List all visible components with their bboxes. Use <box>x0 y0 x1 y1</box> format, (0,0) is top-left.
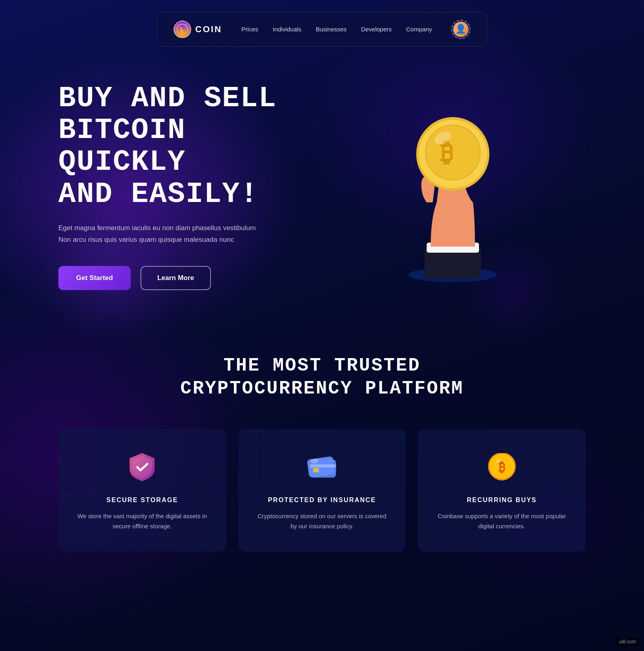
hero-section: BUY AND SELL BITCOIN QUICKLY AND EASILY!… <box>0 59 644 322</box>
watermark: ui8.com <box>616 637 639 646</box>
hero-image: ₿ <box>320 90 586 283</box>
shield-icon <box>127 451 157 483</box>
insurance-icon-wrap <box>304 449 340 485</box>
svg-rect-15 <box>313 468 319 472</box>
feature-card-secure-storage: SECURE STORAGE We store the vast majorit… <box>58 429 226 552</box>
secure-storage-title: SECURE STORAGE <box>106 496 178 504</box>
avatar-button[interactable] <box>451 20 471 39</box>
learn-more-button[interactable]: Learn More <box>140 266 211 290</box>
card-icon <box>306 454 338 480</box>
svg-text:₿: ₿ <box>180 26 183 33</box>
logo[interactable]: ₿ COIN <box>173 21 222 38</box>
hero-subtitle: Eget magna fermentum iaculis eu non diam… <box>58 222 268 246</box>
get-started-button[interactable]: Get Started <box>58 266 131 290</box>
trusted-title: THE MOST TRUSTED CRYPTOCURRENCY PLATFORM <box>58 354 586 401</box>
nav-prices[interactable]: Prices <box>242 26 258 33</box>
nav-links: Prices Individuals Businesses Developers… <box>242 26 432 33</box>
nav-individuals[interactable]: Individuals <box>273 26 301 33</box>
trusted-section: THE MOST TRUSTED CRYPTOCURRENCY PLATFORM <box>0 322 644 584</box>
brand-name: COIN <box>195 24 222 35</box>
hero-buttons: Get Started Learn More <box>58 266 320 290</box>
bitcoin-coin-icon: ₿ <box>488 453 516 481</box>
insurance-desc: Cryptocurrency stored on our servers is … <box>254 511 390 532</box>
secure-storage-desc: We store the vast majority of the digita… <box>74 511 210 532</box>
hero-title: BUY AND SELL BITCOIN QUICKLY AND EASILY! <box>58 83 320 210</box>
bitcoin-hand-illustration: ₿ <box>368 90 537 283</box>
recurring-icon-wrap: ₿ <box>484 449 520 485</box>
logo-icon: ₿ <box>173 21 191 38</box>
svg-rect-14 <box>310 464 336 468</box>
navbar: ₿ COIN Prices Individuals Businesses Dev… <box>157 12 487 47</box>
nav-developers[interactable]: Developers <box>361 26 392 33</box>
recurring-title: RECURRING BUYS <box>467 496 537 504</box>
feature-card-insurance: PROTECTED BY INSURANCE Cryptocurrency st… <box>238 429 406 552</box>
secure-storage-icon-wrap <box>124 449 160 485</box>
nav-businesses[interactable]: Businesses <box>316 26 347 33</box>
nav-company[interactable]: Company <box>406 26 432 33</box>
insurance-title: PROTECTED BY INSURANCE <box>268 496 376 504</box>
avatar <box>453 22 469 37</box>
hero-content: BUY AND SELL BITCOIN QUICKLY AND EASILY!… <box>58 83 320 290</box>
feature-card-recurring: ₿ RECURRING BUYS Coinbase supports a var… <box>418 429 586 552</box>
recurring-desc: Coinbase supports a variety of the most … <box>434 511 570 532</box>
features-grid: SECURE STORAGE We store the vast majorit… <box>58 429 586 552</box>
